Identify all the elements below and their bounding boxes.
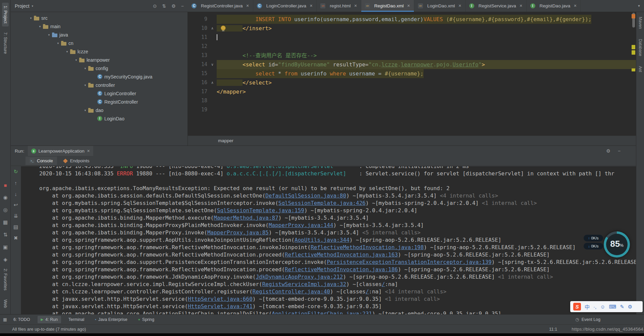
locate-file-icon[interactable]: ⊙ xyxy=(153,3,157,9)
editor-scrollbar[interactable] xyxy=(631,12,636,135)
layout-icon[interactable]: ▣ xyxy=(2,244,9,250)
stacktrace-link[interactable]: ReflectiveMethodInvocation.java:186 xyxy=(285,266,398,273)
toolwindow-button[interactable]: 2: Favorites xyxy=(2,266,9,293)
breadcrumb-item[interactable]: mapper xyxy=(218,138,233,143)
camera-add-icon[interactable]: ◎ xyxy=(2,207,9,213)
statusbar-item[interactable]: 6: TODO xyxy=(10,316,34,323)
hide-panel-icon[interactable]: − xyxy=(181,3,184,9)
console-output[interactable]: 2020-10-15 16:43:08.333 INFO 19880 --- [… xyxy=(21,166,636,314)
error-stripe-mark[interactable] xyxy=(632,14,635,18)
tab-close-icon[interactable]: ✕ xyxy=(574,4,577,8)
tree-item[interactable]: ▾controller xyxy=(11,81,187,89)
stacktrace-link[interactable]: MapperMethod.java:87 xyxy=(214,215,278,221)
tab-close-icon[interactable]: ✕ xyxy=(519,4,522,8)
stacktrace-link[interactable]: JdkDynamicAopProxy.java:212 xyxy=(256,274,343,280)
expand-arrow-icon[interactable]: ▾ xyxy=(55,42,61,45)
project-tree[interactable]: ▾src▾main▾java▾cn▾lczze▾learnpower▾confi… xyxy=(11,12,188,146)
stacktrace-link[interactable]: RegistwServiceImpl.java:32 xyxy=(262,281,346,287)
expand-arrow-icon[interactable]: ▾ xyxy=(46,33,52,37)
tab-close-icon[interactable]: ✕ xyxy=(354,4,357,8)
toolwindow-button[interactable]: 7: Structure xyxy=(2,29,9,57)
stacktrace-link[interactable]: / xyxy=(366,288,369,295)
expand-arrow-icon[interactable]: ▾ xyxy=(82,109,88,112)
statusbar-item[interactable]: ▶4: Run xyxy=(38,316,61,323)
statusbar-item[interactable]: Terminal xyxy=(65,316,88,323)
clear-icon[interactable]: ✖ xyxy=(12,235,19,241)
error-stripe-mark[interactable] xyxy=(632,68,635,71)
emoji-icon[interactable]: ☺ xyxy=(600,304,605,310)
tree-item[interactable]: ILoginDao xyxy=(11,114,187,123)
stacktrace-link[interactable]: SqlSessionTemplate.java:426 xyxy=(278,200,366,206)
tree-item[interactable]: CRegistController xyxy=(11,98,187,106)
tab-close-icon[interactable]: ✕ xyxy=(310,4,313,8)
fold-icon[interactable]: ∧ xyxy=(210,78,215,87)
editor-tab[interactable]: IRegistDao.java✕ xyxy=(527,0,581,12)
tree-item[interactable]: ▾config xyxy=(11,64,187,72)
tree-item[interactable]: ▾main xyxy=(11,22,187,31)
stacktrace-link[interactable]: ReflectiveMethodInvocation.java:163 xyxy=(285,251,398,258)
expand-arrow-icon[interactable]: ▾ xyxy=(73,58,79,62)
expand-arrow-icon[interactable]: ▾ xyxy=(37,25,43,28)
toolwindow-button[interactable]: Web xyxy=(2,296,9,311)
settings-icon[interactable]: ⚙ xyxy=(171,3,176,9)
editor-tab[interactable]: CRegistController.java✕ xyxy=(188,0,253,12)
run-configuration-tab[interactable]: s LearnpowerApplication ✕ xyxy=(28,146,94,156)
stacktrace-link[interactable]: ApplicationFilterChain.java:231 xyxy=(272,311,372,314)
error-stripe-mark[interactable] xyxy=(632,50,635,55)
caret-position[interactable]: 11:1 xyxy=(549,327,557,332)
stacktrace-link[interactable]: / xyxy=(382,281,385,287)
toolwindow-button-database[interactable]: Database xyxy=(638,39,643,56)
tree-item[interactable]: ▾learnpower xyxy=(11,56,187,64)
expand-arrow-icon[interactable]: ▾ xyxy=(28,16,34,20)
error-stripe-mark[interactable] xyxy=(632,45,635,49)
editor-tab[interactable]: </>regist.html✕ xyxy=(317,0,361,12)
tree-item[interactable]: ▾java xyxy=(11,31,187,39)
tab-close-icon[interactable]: ✕ xyxy=(407,4,410,8)
soft-wrap-icon[interactable]: ↩ xyxy=(12,202,19,208)
tree-item[interactable]: ▾lczze xyxy=(11,47,187,56)
stacktrace-link[interactable]: SqlSessionTemplate.java:159 xyxy=(217,207,304,214)
camera-icon[interactable]: ◉ xyxy=(2,194,9,201)
statusbar-item[interactable]: ●Spring xyxy=(135,316,158,323)
stacktrace-link[interactable]: RegistController.java:40 xyxy=(253,288,330,295)
scroll-end-icon[interactable]: ⇊ xyxy=(12,213,19,219)
tree-item[interactable]: CLoginController xyxy=(11,89,187,98)
tree-item[interactable]: CmySecurityCongig.java xyxy=(11,72,187,81)
punct-icon[interactable]: ·, xyxy=(593,304,596,310)
up-stack-icon[interactable]: ↑ xyxy=(12,179,19,186)
tab-close-icon[interactable]: ✕ xyxy=(246,4,249,8)
toolwindow-switcher-icon[interactable]: ▦ xyxy=(0,317,10,322)
expand-arrow-icon[interactable]: ▾ xyxy=(82,83,88,87)
expand-arrow-icon[interactable]: ▾ xyxy=(82,67,88,70)
editor-tab[interactable]: IRegistService.java✕ xyxy=(466,0,527,12)
stacktrace-link[interactable]: MapperProxy.java:144 xyxy=(269,222,333,228)
toolwindow-button[interactable]: 1: Project xyxy=(2,3,9,26)
settings-grid-icon[interactable]: ▦ xyxy=(2,219,9,226)
print-icon[interactable]: ▤ xyxy=(12,224,19,230)
stacktrace-link[interactable]: ReflectiveMethodInvocation.java:198 xyxy=(311,244,424,250)
expand-collapse-icon[interactable]: ⇅ xyxy=(162,3,166,9)
sogou-logo-icon[interactable]: S xyxy=(573,303,581,311)
keyboard-icon[interactable]: ⌨ xyxy=(609,304,616,310)
tab-close-icon[interactable]: ✕ xyxy=(458,4,461,8)
project-panel-title[interactable]: Project xyxy=(15,3,30,9)
pin-icon[interactable]: ◈ xyxy=(2,256,9,263)
editor-tab[interactable]: CLoginController.java✕ xyxy=(253,0,317,12)
stacktrace-link[interactable]: HttpServlet.java:660 xyxy=(188,296,253,302)
fold-icon[interactable]: ∨ xyxy=(210,60,215,69)
close-icon[interactable]: ✕ xyxy=(87,149,90,153)
toolwindow-button-maven[interactable]: Maven xyxy=(638,17,643,29)
lang-cn-icon[interactable]: 中 xyxy=(585,303,590,310)
rerun-icon[interactable]: ↻ xyxy=(12,168,19,175)
tree-item[interactable]: ▾cn xyxy=(11,39,187,47)
statusbar-item[interactable]: ▪Java Enterprise xyxy=(92,316,130,323)
fold-icon[interactable]: ∧ xyxy=(210,24,215,33)
run-tab-console[interactable]: >_Console xyxy=(25,157,57,165)
editor-tab[interactable]: </>LoginDao.xml✕ xyxy=(414,0,466,12)
run-tab-endpoints[interactable]: Endpoints xyxy=(59,157,94,165)
event-log-button[interactable]: ◷ Event Log xyxy=(575,317,600,322)
stacktrace-link[interactable]: PersistenceExceptionTranslationIntercept… xyxy=(327,259,491,265)
tree-item[interactable]: ▾dao xyxy=(11,106,187,114)
settings-icon[interactable]: ⚙ xyxy=(606,148,610,154)
tools-icon[interactable]: ⚙ xyxy=(628,304,632,310)
